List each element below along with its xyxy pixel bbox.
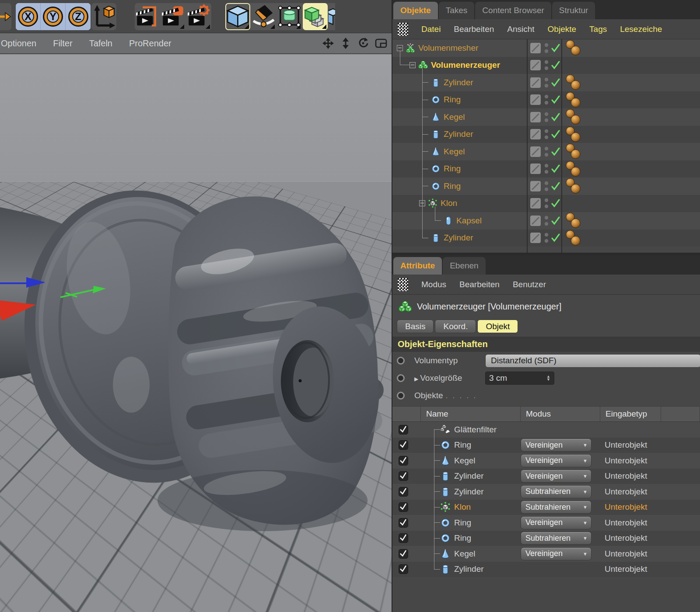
toggle-view-icon[interactable] (375, 38, 387, 49)
object-name[interactable]: Klon (441, 198, 457, 208)
3d-viewport[interactable] (0, 54, 392, 612)
enabled-check-icon[interactable] (550, 43, 561, 53)
phong-tag-icon[interactable] (565, 161, 581, 177)
menu-benutzer[interactable]: Benutzer (513, 280, 546, 289)
display-color-icon[interactable] (530, 77, 541, 88)
axis-lock-y-button[interactable]: Y (41, 3, 66, 30)
visibility-dots-icon[interactable] (544, 180, 549, 193)
tree-row-ring-7[interactable]: Ring (392, 160, 700, 178)
object-name[interactable]: Zylinder (444, 129, 473, 139)
visibility-dots-icon[interactable] (544, 76, 549, 89)
table-row-zylinder-4[interactable]: ZylinderSubtrahieren▼Unterobjekt (392, 484, 700, 500)
visibility-dots-icon[interactable] (544, 59, 549, 72)
viewport-menu-tafeln[interactable]: Tafeln (89, 38, 112, 49)
tree-row-kegel-6[interactable]: Kegel (392, 143, 700, 160)
display-color-icon[interactable] (530, 163, 541, 174)
menu-tags[interactable]: Tags (589, 24, 607, 34)
modus-dropdown[interactable]: Subtrahieren▼ (521, 485, 592, 498)
display-color-icon[interactable] (530, 59, 541, 71)
object-name[interactable]: Volumenmesher (418, 43, 478, 53)
render-settings-button[interactable] (186, 3, 211, 30)
visibility-dots-icon[interactable] (544, 42, 549, 55)
visibility-dots-icon[interactable] (544, 214, 549, 227)
tree-row-zylinder-2[interactable]: Zylinder (392, 74, 700, 91)
subtab-objekt[interactable]: Objekt (477, 320, 518, 333)
move-tool-icon[interactable] (0, 3, 11, 30)
tree-row-kegel-4[interactable]: Kegel (392, 108, 700, 126)
object-name[interactable]: Ring (444, 164, 461, 174)
column-header-name[interactable]: Name (421, 407, 521, 421)
modus-dropdown[interactable]: Subtrahieren▼ (521, 532, 592, 545)
table-row-klon-5[interactable]: KlonSubtrahieren▼Unterobjekt (392, 500, 700, 515)
visibility-dots-icon[interactable] (544, 93, 549, 106)
menu-ansicht[interactable]: Ansicht (507, 24, 534, 34)
enabled-check-icon[interactable] (550, 163, 561, 174)
column-header-eingabetyp[interactable]: Eingabetyp (600, 407, 661, 421)
phong-tag-icon[interactable] (565, 40, 581, 56)
table-row-kegel-2[interactable]: KegelVereinigen▼Unterobjekt (392, 453, 700, 469)
tab-ebenen[interactable]: Ebenen (443, 257, 486, 275)
menu-modus[interactable]: Modus (421, 280, 446, 289)
tree-row-zylinder-5[interactable]: Zylinder (392, 126, 700, 143)
display-color-icon[interactable] (530, 232, 541, 243)
generator-cage-button[interactable] (277, 3, 302, 30)
display-color-icon[interactable] (530, 129, 541, 140)
volume-array-button[interactable] (303, 3, 328, 30)
display-color-icon[interactable] (530, 215, 541, 226)
enabled-check-icon[interactable] (550, 216, 561, 226)
enabled-check-icon[interactable] (550, 129, 561, 139)
modus-dropdown[interactable]: Vereinigen▼ (521, 438, 592, 452)
drag-handle-icon[interactable] (398, 278, 408, 291)
volumentyp-dropdown[interactable]: Distanzfeld (SDF) (485, 354, 700, 368)
add-cube-button[interactable] (225, 3, 250, 30)
modus-dropdown[interactable]: Vereinigen▼ (521, 454, 592, 467)
object-name[interactable]: Zylinder (444, 78, 473, 87)
render-view-button[interactable] (135, 3, 160, 30)
modus-dropdown[interactable]: Vereinigen▼ (521, 516, 592, 529)
visibility-dots-icon[interactable] (544, 128, 549, 141)
menu-lesezeiche[interactable]: Lesezeiche (620, 24, 662, 34)
visibility-dots-icon[interactable] (544, 111, 549, 124)
table-row-ring-7[interactable]: RingSubtrahieren▼Unterobjekt (392, 531, 700, 546)
stepper-arrows-icon[interactable]: ▲▼ (546, 375, 550, 381)
tree-row-kapsel-10[interactable]: Kapsel (392, 212, 700, 230)
table-row-ring-6[interactable]: RingVereinigen▼Unterobjekt (392, 515, 700, 531)
enabled-check-icon[interactable] (550, 94, 561, 105)
menu-objekte[interactable]: Objekte (548, 24, 576, 34)
rotate-camera-icon[interactable] (357, 38, 369, 49)
visibility-dots-icon[interactable] (544, 197, 549, 210)
modus-dropdown[interactable]: Vereinigen▼ (521, 547, 592, 560)
phong-tag-icon[interactable] (565, 143, 581, 160)
enabled-checkbox[interactable] (399, 564, 408, 574)
enabled-checkbox[interactable] (399, 440, 408, 450)
voxelgroesse-field[interactable]: 3 cm▲▼ (485, 372, 554, 385)
display-color-icon[interactable] (530, 198, 541, 209)
keyframe-dot-icon[interactable] (397, 357, 405, 365)
enabled-checkbox[interactable] (399, 456, 408, 466)
tree-row-volumenmesher-0[interactable]: Volumenmesher (392, 39, 700, 57)
display-color-icon[interactable] (530, 111, 541, 123)
viewport-menu-optionen[interactable]: Optionen (1, 38, 36, 49)
object-name[interactable]: Ring (444, 95, 461, 104)
drag-handle-icon[interactable] (398, 23, 408, 36)
object-name[interactable]: Volumenerzeuger (431, 60, 500, 70)
enabled-checkbox[interactable] (399, 487, 408, 497)
dolly-camera-icon[interactable] (340, 38, 351, 49)
menu-bearbeiten[interactable]: Bearbeiten (454, 24, 494, 34)
viewport-menu-filter[interactable]: Filter (53, 38, 72, 49)
axis-lock-x-button[interactable]: X (16, 3, 41, 30)
table-row-zylinder-3[interactable]: ZylinderVereinigen▼Unterobjekt (392, 469, 700, 484)
menu-bearbeiten[interactable]: Bearbeiten (459, 280, 500, 289)
subtab-basis[interactable]: Basis (397, 320, 434, 333)
enabled-checkbox[interactable] (399, 425, 408, 435)
object-name[interactable]: Kegel (444, 112, 465, 122)
phong-tag-icon[interactable] (565, 109, 581, 125)
tree-row-volumenerzeuger-1[interactable]: Volumenerzeuger (392, 57, 700, 74)
enabled-checkbox[interactable] (399, 533, 408, 543)
tree-row-ring-3[interactable]: Ring (392, 91, 700, 109)
tab-objekte[interactable]: Objekte (393, 2, 438, 19)
tab-struktur[interactable]: Struktur (552, 2, 595, 19)
enabled-check-icon[interactable] (550, 146, 561, 157)
expander-icon[interactable] (397, 45, 403, 51)
display-color-icon[interactable] (530, 42, 541, 54)
